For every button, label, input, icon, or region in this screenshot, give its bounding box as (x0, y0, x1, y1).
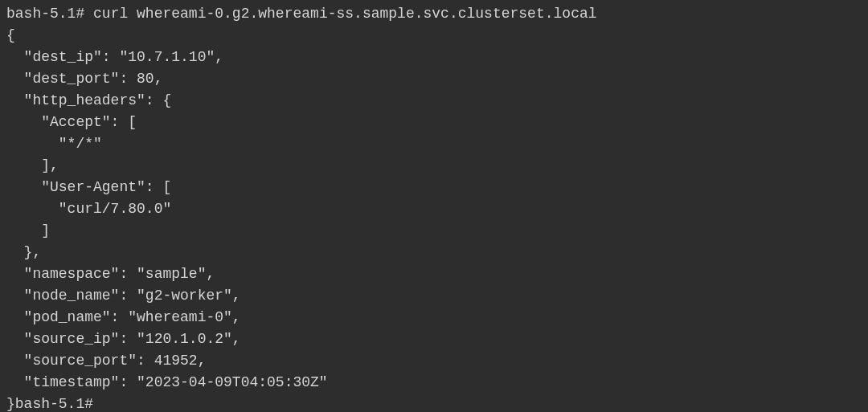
shell-prompt-1: bash-5.1# (6, 6, 93, 22)
json-namespace: "namespace": "sample", (6, 266, 215, 282)
json-http-headers-open: "http_headers": { (6, 92, 171, 108)
json-dest-port: "dest_port": 80, (6, 71, 162, 87)
json-http-headers-close: }, (6, 244, 41, 260)
json-close-brace: } (6, 396, 15, 412)
json-node-name: "node_name": "g2-worker", (6, 288, 241, 304)
json-user-agent-open: "User-Agent": [ (6, 179, 171, 195)
json-source-port: "source_port": 41952, (6, 353, 206, 369)
json-accept-close: ], (6, 157, 59, 173)
shell-prompt-2: bash-5.1# (15, 396, 93, 412)
json-dest-ip: "dest_ip": "10.7.1.10", (6, 49, 223, 65)
json-accept-value: "*/*" (6, 136, 102, 152)
json-source-ip: "source_ip": "120.1.0.2", (6, 331, 241, 347)
json-user-agent-close: ] (6, 222, 50, 239)
terminal-output[interactable]: bash-5.1# curl whereami-0.g2.whereami-ss… (6, 3, 862, 412)
json-timestamp: "timestamp": "2023-04-09T04:05:30Z" (6, 374, 328, 390)
json-user-agent-value: "curl/7.80.0" (6, 201, 171, 217)
json-pod-name: "pod_name": "whereami-0", (6, 309, 241, 325)
json-accept-open: "Accept": [ (6, 114, 137, 130)
json-open-brace: { (6, 27, 15, 43)
curl-command: curl whereami-0.g2.whereami-ss.sample.sv… (93, 6, 597, 22)
